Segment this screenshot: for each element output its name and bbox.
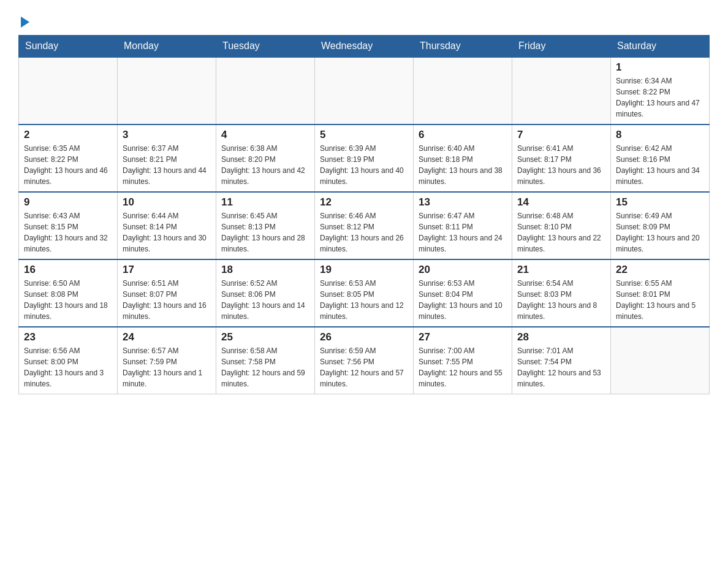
calendar-day-cell: 5Sunrise: 6:39 AM Sunset: 8:19 PM Daylig… <box>315 124 414 192</box>
day-info: Sunrise: 6:53 AM Sunset: 8:04 PM Dayligh… <box>419 278 507 322</box>
day-number: 19 <box>320 264 408 276</box>
day-of-week-header: Tuesday <box>216 35 315 57</box>
day-info: Sunrise: 6:49 AM Sunset: 8:09 PM Dayligh… <box>616 210 704 255</box>
day-of-week-header: Friday <box>512 35 611 57</box>
day-number: 8 <box>616 129 704 141</box>
day-info: Sunrise: 6:54 AM Sunset: 8:03 PM Dayligh… <box>517 278 605 322</box>
calendar-day-cell <box>315 57 414 124</box>
day-info: Sunrise: 6:34 AM Sunset: 8:22 PM Dayligh… <box>616 75 704 120</box>
calendar-day-cell: 9Sunrise: 6:43 AM Sunset: 8:15 PM Daylig… <box>19 192 118 259</box>
calendar-week-row: 2Sunrise: 6:35 AM Sunset: 8:22 PM Daylig… <box>19 124 710 192</box>
calendar-week-row: 9Sunrise: 6:43 AM Sunset: 8:15 PM Daylig… <box>19 192 710 259</box>
logo-arrow-icon <box>21 17 29 28</box>
day-info: Sunrise: 6:43 AM Sunset: 8:15 PM Dayligh… <box>24 210 112 255</box>
calendar-day-cell: 14Sunrise: 6:48 AM Sunset: 8:10 PM Dayli… <box>512 192 611 259</box>
day-info: Sunrise: 6:59 AM Sunset: 7:56 PM Dayligh… <box>320 345 408 389</box>
day-info: Sunrise: 6:56 AM Sunset: 8:00 PM Dayligh… <box>24 345 112 389</box>
calendar-table: SundayMondayTuesdayWednesdayThursdayFrid… <box>18 35 710 395</box>
day-number: 4 <box>221 129 309 141</box>
day-number: 24 <box>123 331 211 343</box>
calendar-day-cell: 13Sunrise: 6:47 AM Sunset: 8:11 PM Dayli… <box>414 192 512 259</box>
calendar-day-cell: 2Sunrise: 6:35 AM Sunset: 8:22 PM Daylig… <box>19 124 118 192</box>
calendar-day-cell <box>512 57 611 124</box>
calendar-day-cell <box>118 57 216 124</box>
calendar-day-cell: 17Sunrise: 6:51 AM Sunset: 8:07 PM Dayli… <box>118 259 216 327</box>
calendar-day-cell: 27Sunrise: 7:00 AM Sunset: 7:55 PM Dayli… <box>414 327 512 394</box>
day-number: 7 <box>517 129 605 141</box>
day-info: Sunrise: 6:44 AM Sunset: 8:14 PM Dayligh… <box>123 210 211 255</box>
logo <box>18 12 29 29</box>
day-number: 11 <box>221 196 309 209</box>
calendar-day-cell: 22Sunrise: 6:55 AM Sunset: 8:01 PM Dayli… <box>611 259 710 327</box>
calendar-day-cell <box>216 57 315 124</box>
calendar-week-row: 23Sunrise: 6:56 AM Sunset: 8:00 PM Dayli… <box>19 327 710 394</box>
day-number: 28 <box>517 331 605 343</box>
day-info: Sunrise: 6:37 AM Sunset: 8:21 PM Dayligh… <box>123 143 211 187</box>
day-info: Sunrise: 6:47 AM Sunset: 8:11 PM Dayligh… <box>419 210 507 255</box>
day-of-week-header: Sunday <box>19 35 118 57</box>
day-info: Sunrise: 6:42 AM Sunset: 8:16 PM Dayligh… <box>616 143 704 187</box>
day-number: 20 <box>419 264 507 276</box>
calendar-day-cell: 16Sunrise: 6:50 AM Sunset: 8:08 PM Dayli… <box>19 259 118 327</box>
day-number: 13 <box>419 196 507 209</box>
day-info: Sunrise: 6:48 AM Sunset: 8:10 PM Dayligh… <box>517 210 605 255</box>
day-number: 18 <box>221 264 309 276</box>
day-number: 21 <box>517 264 605 276</box>
day-number: 2 <box>24 129 112 141</box>
day-info: Sunrise: 6:41 AM Sunset: 8:17 PM Dayligh… <box>517 143 605 187</box>
calendar-day-cell: 25Sunrise: 6:58 AM Sunset: 7:58 PM Dayli… <box>216 327 315 394</box>
calendar-day-cell: 15Sunrise: 6:49 AM Sunset: 8:09 PM Dayli… <box>611 192 710 259</box>
calendar-day-cell: 19Sunrise: 6:53 AM Sunset: 8:05 PM Dayli… <box>315 259 414 327</box>
calendar-day-cell <box>414 57 512 124</box>
day-of-week-header: Wednesday <box>315 35 414 57</box>
day-number: 26 <box>320 331 408 343</box>
day-of-week-header: Thursday <box>414 35 512 57</box>
day-number: 3 <box>123 129 211 141</box>
calendar-day-cell: 21Sunrise: 6:54 AM Sunset: 8:03 PM Dayli… <box>512 259 611 327</box>
calendar-day-cell: 8Sunrise: 6:42 AM Sunset: 8:16 PM Daylig… <box>611 124 710 192</box>
day-info: Sunrise: 6:51 AM Sunset: 8:07 PM Dayligh… <box>123 278 211 322</box>
day-info: Sunrise: 6:39 AM Sunset: 8:19 PM Dayligh… <box>320 143 408 187</box>
day-info: Sunrise: 6:46 AM Sunset: 8:12 PM Dayligh… <box>320 210 408 255</box>
day-info: Sunrise: 6:50 AM Sunset: 8:08 PM Dayligh… <box>24 278 112 322</box>
calendar-day-cell: 26Sunrise: 6:59 AM Sunset: 7:56 PM Dayli… <box>315 327 414 394</box>
calendar-header-row: SundayMondayTuesdayWednesdayThursdayFrid… <box>19 35 710 57</box>
calendar-day-cell: 12Sunrise: 6:46 AM Sunset: 8:12 PM Dayli… <box>315 192 414 259</box>
day-info: Sunrise: 6:55 AM Sunset: 8:01 PM Dayligh… <box>616 278 704 322</box>
day-info: Sunrise: 7:00 AM Sunset: 7:55 PM Dayligh… <box>419 345 507 389</box>
day-number: 27 <box>419 331 507 343</box>
calendar-day-cell: 23Sunrise: 6:56 AM Sunset: 8:00 PM Dayli… <box>19 327 118 394</box>
day-number: 9 <box>24 196 112 209</box>
day-number: 23 <box>24 331 112 343</box>
calendar-week-row: 1Sunrise: 6:34 AM Sunset: 8:22 PM Daylig… <box>19 57 710 124</box>
calendar-day-cell: 3Sunrise: 6:37 AM Sunset: 8:21 PM Daylig… <box>118 124 216 192</box>
day-number: 15 <box>616 196 704 209</box>
day-of-week-header: Monday <box>118 35 216 57</box>
day-info: Sunrise: 7:01 AM Sunset: 7:54 PM Dayligh… <box>517 345 605 389</box>
calendar-day-cell: 11Sunrise: 6:45 AM Sunset: 8:13 PM Dayli… <box>216 192 315 259</box>
day-info: Sunrise: 6:57 AM Sunset: 7:59 PM Dayligh… <box>123 345 211 389</box>
day-number: 1 <box>616 61 704 74</box>
day-number: 12 <box>320 196 408 209</box>
day-number: 25 <box>221 331 309 343</box>
day-info: Sunrise: 6:40 AM Sunset: 8:18 PM Dayligh… <box>419 143 507 187</box>
day-number: 16 <box>24 264 112 276</box>
calendar-day-cell: 28Sunrise: 7:01 AM Sunset: 7:54 PM Dayli… <box>512 327 611 394</box>
day-info: Sunrise: 6:45 AM Sunset: 8:13 PM Dayligh… <box>221 210 309 255</box>
day-number: 17 <box>123 264 211 276</box>
calendar-day-cell: 7Sunrise: 6:41 AM Sunset: 8:17 PM Daylig… <box>512 124 611 192</box>
day-info: Sunrise: 6:53 AM Sunset: 8:05 PM Dayligh… <box>320 278 408 322</box>
calendar-day-cell <box>19 57 118 124</box>
day-info: Sunrise: 6:35 AM Sunset: 8:22 PM Dayligh… <box>24 143 112 187</box>
calendar-day-cell: 10Sunrise: 6:44 AM Sunset: 8:14 PM Dayli… <box>118 192 216 259</box>
day-number: 6 <box>419 129 507 141</box>
calendar-day-cell: 18Sunrise: 6:52 AM Sunset: 8:06 PM Dayli… <box>216 259 315 327</box>
calendar-week-row: 16Sunrise: 6:50 AM Sunset: 8:08 PM Dayli… <box>19 259 710 327</box>
day-of-week-header: Saturday <box>611 35 710 57</box>
calendar-day-cell: 1Sunrise: 6:34 AM Sunset: 8:22 PM Daylig… <box>611 57 710 124</box>
calendar-day-cell: 4Sunrise: 6:38 AM Sunset: 8:20 PM Daylig… <box>216 124 315 192</box>
page-header <box>18 12 710 29</box>
day-info: Sunrise: 6:38 AM Sunset: 8:20 PM Dayligh… <box>221 143 309 187</box>
logo-text <box>18 12 29 29</box>
day-number: 14 <box>517 196 605 209</box>
